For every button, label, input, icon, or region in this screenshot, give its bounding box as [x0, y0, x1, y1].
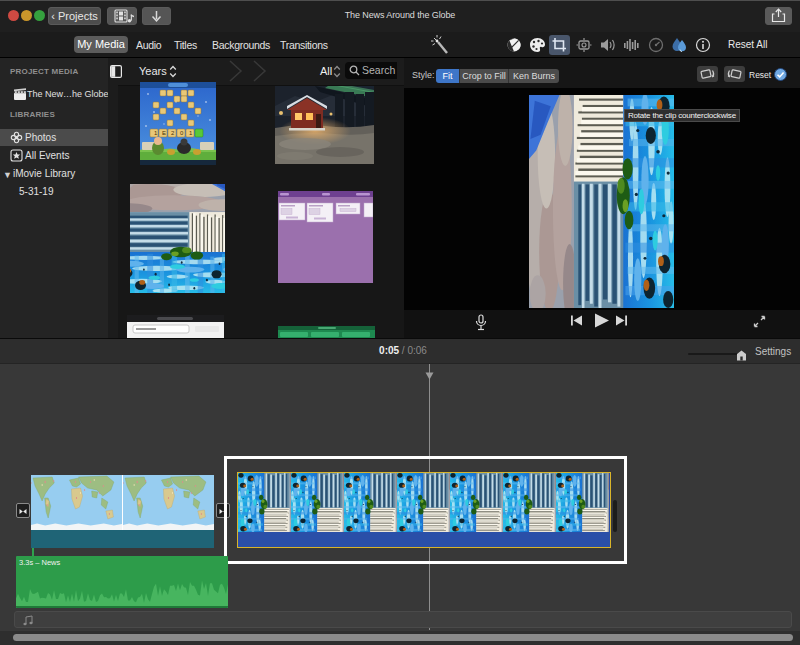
svg-text:E: E [162, 130, 166, 136]
